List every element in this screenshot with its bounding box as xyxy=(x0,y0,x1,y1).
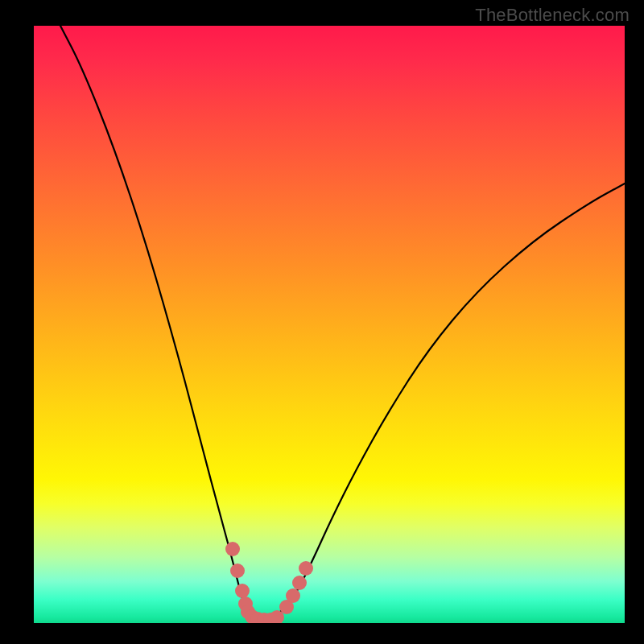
bottleneck-curve xyxy=(60,26,625,621)
curve-marker xyxy=(225,542,240,556)
curve-marker xyxy=(292,576,307,590)
curve-marker xyxy=(235,584,250,598)
plot-area xyxy=(34,26,625,623)
curve-marker xyxy=(286,588,300,603)
watermark-text: TheBottleneck.com xyxy=(475,5,630,26)
curve-marker xyxy=(299,561,313,576)
chart-frame: TheBottleneck.com xyxy=(0,0,644,644)
curve-marker xyxy=(230,564,245,578)
curve-svg xyxy=(34,26,625,623)
